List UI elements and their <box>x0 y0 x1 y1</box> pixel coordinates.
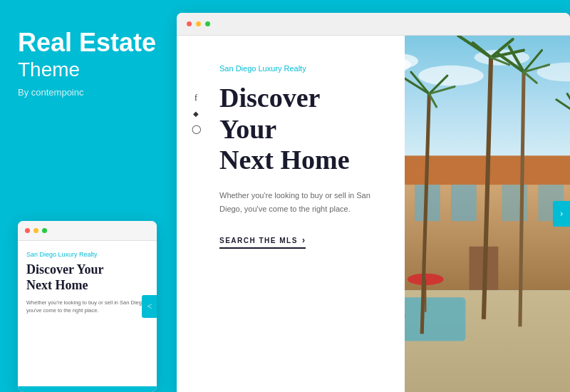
desktop-dot-green <box>205 21 210 26</box>
desktop-content: f ◆ ◯ San Diego Luxury Realty Discover Y… <box>177 36 570 392</box>
scene-svg <box>405 36 570 392</box>
desktop-left-panel: f ◆ ◯ San Diego Luxury Realty Discover Y… <box>177 36 405 392</box>
svg-point-3 <box>418 66 484 86</box>
theme-title-bold: Real Estate <box>18 29 157 57</box>
mobile-headline-line2: Next Home <box>26 278 88 292</box>
desktop-site-name: San Diego Luxury Realty <box>219 64 376 73</box>
desktop-photo-area: › <box>405 36 570 392</box>
desktop-browser-bar <box>177 13 570 36</box>
left-panel: Real Estate Theme By contempoinc San Die… <box>0 0 175 392</box>
search-mls-button[interactable]: SEARCH THE MLS › <box>219 235 306 249</box>
svg-rect-14 <box>405 297 465 341</box>
desktop-preview-card: f ◆ ◯ San Diego Luxury Realty Discover Y… <box>177 13 570 392</box>
dot-red <box>25 228 30 233</box>
desktop-headline-line2: Next Home <box>219 145 350 175</box>
dot-yellow <box>33 228 38 233</box>
desktop-description: Whether you're looking to buy or sell in… <box>219 189 376 215</box>
desktop-dot-yellow <box>196 21 201 26</box>
desktop-dot-red <box>187 21 192 26</box>
facebook-icon: f <box>191 93 201 103</box>
mobile-content: San Diego Luxury Realty Discover Your Ne… <box>18 241 157 325</box>
desktop-main-content: San Diego Luxury Realty Discover Your Ne… <box>177 36 405 277</box>
cta-arrow-icon: › <box>302 235 306 245</box>
mobile-description: Whether you're looking to buy or sell in… <box>26 299 148 315</box>
instagram-icon: ◯ <box>191 124 201 134</box>
desktop-headline: Discover Your Next Home <box>219 83 376 176</box>
mobile-preview-card: San Diego Luxury Realty Discover Your Ne… <box>18 221 157 392</box>
desktop-nav-arrow[interactable]: › <box>553 201 570 227</box>
mobile-nav-arrow[interactable]: < <box>142 295 157 318</box>
theme-by-line: By contempoinc <box>18 87 157 98</box>
twitter-icon: ◆ <box>191 108 201 118</box>
dot-green <box>42 228 47 233</box>
mobile-headline: Discover Your Next Home <box>26 262 148 293</box>
desktop-headline-line1: Discover Your <box>219 83 320 144</box>
theme-title-light: Theme <box>18 58 157 81</box>
svg-rect-9 <box>451 185 477 221</box>
mobile-headline-line1: Discover Your <box>26 262 103 277</box>
mobile-browser-bar <box>18 221 157 241</box>
mobile-site-name: San Diego Luxury Realty <box>26 251 148 258</box>
mobile-bottom-bar <box>18 386 157 392</box>
search-mls-label: SEARCH THE MLS <box>219 237 298 244</box>
social-icons: f ◆ ◯ <box>191 93 201 134</box>
